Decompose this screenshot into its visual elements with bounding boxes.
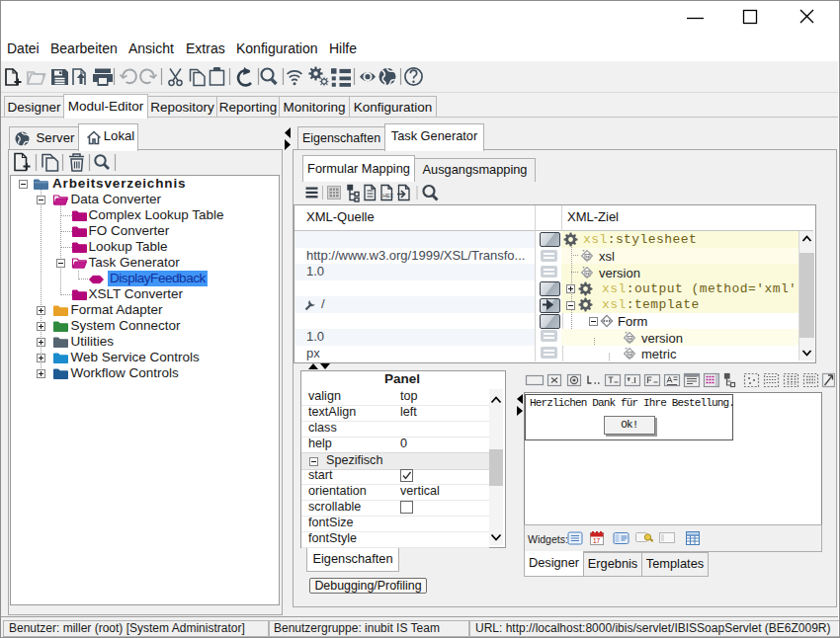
svg-text:17: 17 [593,537,601,544]
svg-text:HEX: HEX [382,193,393,199]
